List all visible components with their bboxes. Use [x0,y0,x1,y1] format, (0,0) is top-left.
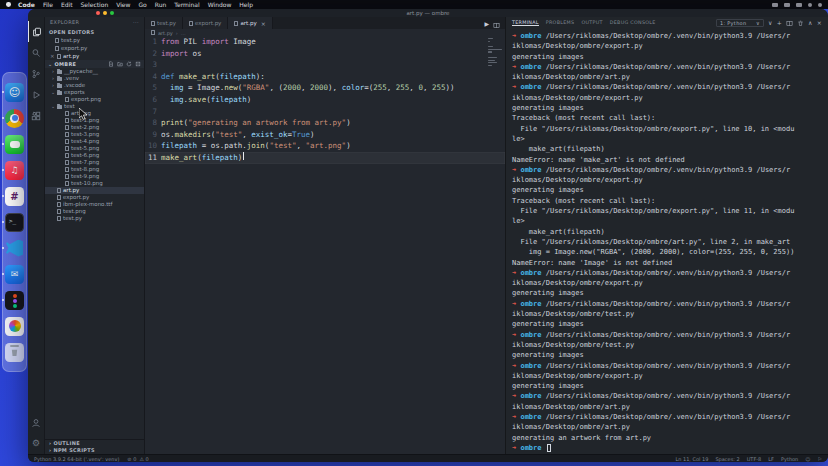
menubar-item-selection[interactable]: Selection [81,0,109,9]
terminal-dock-icon[interactable]: >_ [5,212,25,232]
tree-item-art.png[interactable]: art.png [45,110,144,117]
control-center-icon[interactable] [818,3,822,7]
tree-item-test.py[interactable]: test.py [45,215,144,222]
tree-item-test.png[interactable]: test.png [45,208,144,215]
code-editor[interactable]: 1from PIL import Image2import os34def ma… [145,36,505,454]
explorer-icon[interactable] [28,21,45,42]
apple-menu-icon[interactable] [6,2,11,7]
encoding-status[interactable]: UTF-8 [747,455,762,463]
open-editor-export.py[interactable]: export.py [45,44,144,52]
breadcrumb[interactable]: art.py › … [145,29,505,36]
kill-terminal-icon[interactable] [797,20,804,27]
chevron-down-icon[interactable]: ∨ [768,20,773,27]
code-line[interactable]: 2import os [145,48,505,60]
music-dock-icon[interactable]: ♫ [5,160,25,180]
code-line[interactable]: 1from PIL import Image [145,36,505,48]
tree-item-test-3.png[interactable]: test-3.png [45,131,144,138]
maximize-panel-icon[interactable]: ∧ [808,20,813,27]
new-file-icon[interactable] [108,61,114,68]
code-line[interactable]: 4def make_art(filepath): [145,71,505,83]
pinwheel-dock-icon[interactable] [5,316,25,336]
tree-item-test[interactable]: ⌄test [45,103,144,110]
code-line[interactable]: 3 [145,59,505,71]
menubar-app-name[interactable]: Code [18,0,35,9]
panel-tab-output[interactable]: OUTPUT [581,20,602,26]
python-interpreter-status[interactable]: Python 3.9.2 64-bit ('.venv': venv) [34,455,119,463]
tree-item-test-6.png[interactable]: test-6.png [45,152,144,159]
spotlight-icon[interactable] [808,3,812,7]
menubar-item-help[interactable]: Help [239,0,253,9]
close-icon[interactable]: × [261,20,266,27]
refresh-icon[interactable] [126,61,132,68]
section-npm-scripts[interactable]: › NPM SCRIPTS [45,447,144,454]
finder-dock-icon[interactable]: ☺ [5,82,25,102]
code-line[interactable]: 6 img.save(filepath) [145,94,505,106]
new-folder-icon[interactable] [117,61,123,68]
tree-item-export.png[interactable]: export.png [45,96,144,103]
run-debug-icon[interactable] [28,84,45,105]
notifications-icon[interactable]: ⚐ [818,455,822,463]
tree-item-.vscode[interactable]: ›.vscode [45,82,144,89]
tree-item-test-10.png[interactable]: test-10.png [45,180,144,187]
figma-dock-icon[interactable] [5,290,25,310]
tree-item-ibm-plex-mono.ttf[interactable]: ibm-plex-mono.ttf [45,201,144,208]
tree-item-test-9.png[interactable]: test-9.png [45,173,144,180]
trash-dock-icon[interactable] [5,342,25,362]
run-python-file-button[interactable]: ▶ [484,20,489,27]
split-terminal-icon[interactable] [786,20,793,27]
chrome-dock-icon[interactable] [5,108,25,128]
section-outline[interactable]: › OUTLINE [45,440,144,447]
tree-item-.venv[interactable]: ›.venv [45,75,144,82]
tree-item-test-1.png[interactable]: test-1.png [45,117,144,124]
eol-status[interactable]: LF [768,455,774,463]
tree-item-art.py[interactable]: art.py [45,187,144,194]
tab-test.py[interactable]: test.py [145,17,183,29]
menubar-item-run[interactable]: Run [155,0,167,9]
tree-item-test-4.png[interactable]: test-4.png [45,138,144,145]
slack-dock-icon[interactable]: # [5,186,25,206]
settings-icon[interactable]: ⚙ [28,433,45,454]
language-mode-status[interactable]: Python [781,455,798,463]
menubar-item-view[interactable]: View [116,0,130,9]
extensions-icon[interactable] [28,105,45,126]
new-terminal-icon[interactable]: + [777,20,782,27]
menubar-item-file[interactable]: File [43,0,53,9]
open-editor-test.py[interactable]: test.py [45,36,144,44]
open-editors-title[interactable]: OPEN EDITORS [45,28,144,36]
panel-tab-problems[interactable]: PROBLEMS [546,20,575,26]
code-line[interactable]: 9os.makedirs("test", exist_ok=True) [145,129,505,141]
sidebar-more-icon[interactable]: ··· [133,17,139,28]
account-icon[interactable] [28,412,45,433]
tab-export.py[interactable]: export.py [183,17,228,29]
messages-dock-icon[interactable] [5,134,25,154]
wifi-icon[interactable] [796,3,802,7]
tree-item-test-5.png[interactable]: test-5.png [45,145,144,152]
tree-item-test-8.png[interactable]: test-8.png [45,166,144,173]
panel-tab-debug-console[interactable]: DEBUG CONSOLE [610,20,656,26]
display-icon[interactable] [772,3,778,7]
close-icon[interactable]: × [50,52,55,60]
battery-icon[interactable] [784,3,790,7]
cursor-position-status[interactable]: Ln 11, Col 19 [675,455,708,463]
tree-item-exports[interactable]: ⌄exports [45,89,144,96]
open-editor-art.py[interactable]: ×art.py [45,52,144,60]
tree-item-test-7.png[interactable]: test-7.png [45,159,144,166]
code-line[interactable]: 7 [145,106,505,118]
tab-art.py[interactable]: art.py× [228,17,272,29]
code-line[interactable]: 10filepath = os.path.join("test", "art.p… [145,140,505,152]
vscode-dock-icon[interactable] [5,238,25,258]
code-line[interactable]: 5 img = Image.new("RGBA", (2000, 2000), … [145,82,505,94]
close-panel-icon[interactable]: × [817,20,822,27]
problems-status[interactable]: ⊘ 0 ⚠ 0 [127,455,148,463]
source-control-icon[interactable] [28,63,45,84]
panel-tab-terminal[interactable]: TERMINAL [512,20,539,26]
code-line[interactable]: 8print("generating an artwork from art.p… [145,117,505,129]
feedback-smiley-icon[interactable]: ☺ [805,455,810,463]
tree-item-test-2.png[interactable]: test-2.png [45,124,144,131]
indentation-status[interactable]: Spaces: 2 [715,455,739,463]
menubar-item-window[interactable]: Window [208,0,232,9]
terminal-shell-selector[interactable]: 1: Python ∨ [716,19,764,27]
minimap[interactable] [488,38,503,68]
code-line[interactable]: 11make_art(filepath) [145,152,505,164]
workspace-section-header[interactable]: ⌄ OMBRE [45,60,144,68]
